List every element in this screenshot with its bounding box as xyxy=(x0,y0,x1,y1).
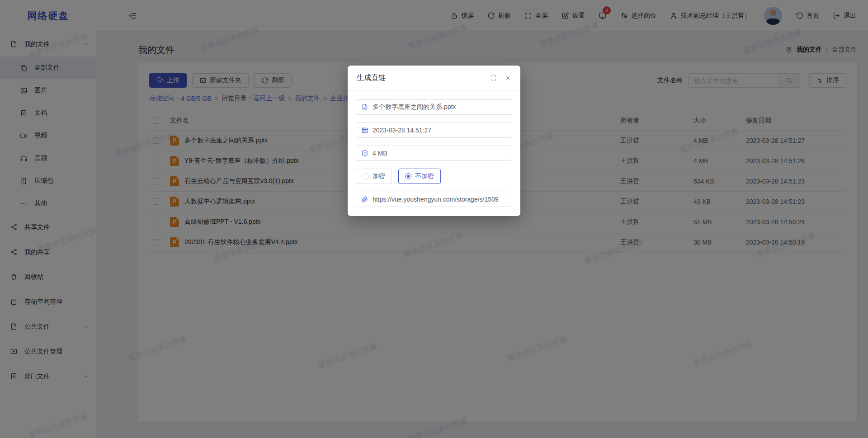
radio-circle-icon xyxy=(363,173,369,179)
no-encrypt-radio[interactable]: 不加密 xyxy=(398,169,441,184)
link-file-name: 多个数字底座之间的关系.pptx xyxy=(373,103,456,111)
link-file-name-field: 多个数字底座之间的关系.pptx xyxy=(356,99,512,115)
encryption-options: 加密 不加密 xyxy=(356,169,512,184)
encrypt-radio-label: 加密 xyxy=(373,172,385,180)
close-icon xyxy=(505,75,511,81)
dialog-maximize-button[interactable] xyxy=(490,75,497,81)
link-modified-time: 2023-03-28 14:51:27 xyxy=(373,127,431,134)
dialog-header: 生成直链 xyxy=(348,66,520,90)
database-icon xyxy=(361,150,368,157)
link-file-size: 4 MB xyxy=(373,150,387,157)
maximize-icon xyxy=(490,75,497,81)
dialog-body: 多个数字底座之间的关系.pptx 2023-03-28 14:51:27 4 M… xyxy=(348,90,520,216)
direct-link-field[interactable]: https://vue.youshengyun.com/storage/s/15… xyxy=(356,192,512,207)
encrypt-radio[interactable]: 加密 xyxy=(356,169,392,184)
dialog-title: 生成直链 xyxy=(357,73,386,83)
radio-circle-icon xyxy=(405,173,411,179)
file-text-icon xyxy=(361,104,368,111)
direct-link-url[interactable]: https://vue.youshengyun.com/storage/s/15… xyxy=(373,196,499,203)
link-modified-time-field: 2023-03-28 14:51:27 xyxy=(356,122,512,138)
link-file-size-field: 4 MB xyxy=(356,146,512,161)
calendar-icon xyxy=(361,127,368,134)
no-encrypt-radio-label: 不加密 xyxy=(415,172,434,180)
dialog-close-button[interactable] xyxy=(505,75,511,81)
paperclip-icon xyxy=(361,196,368,203)
generate-link-dialog: 生成直链 多个数字底座之间的关系.pptx 2023-03-28 14:51:2… xyxy=(348,66,520,216)
